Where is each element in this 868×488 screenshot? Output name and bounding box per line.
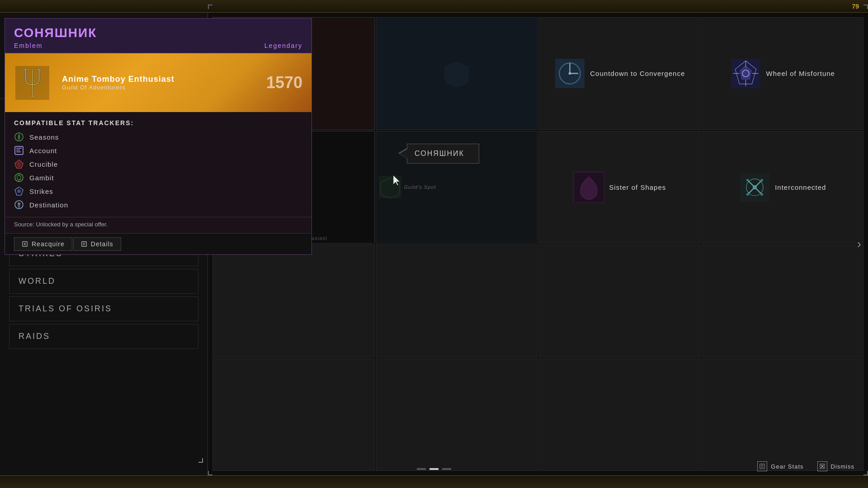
emblem-cell-1-2[interactable]	[376, 17, 538, 130]
emblem-preview-icon-dark	[443, 60, 470, 87]
details-button[interactable]: Details	[73, 237, 121, 251]
svg-rect-36	[16, 148, 22, 149]
tracker-destination-label: Destination	[29, 201, 68, 209]
emblem-cell-4-1[interactable]	[212, 358, 375, 471]
emblem-player-name: Anime Tomboy Enthusiast	[62, 75, 175, 84]
nav-item-raids[interactable]: RAIDS	[9, 324, 198, 349]
page-dot-3	[442, 468, 451, 470]
emblem-number: 1570	[266, 73, 302, 92]
emblem-cell-3-2[interactable]	[376, 244, 538, 357]
svg-point-16	[568, 72, 571, 75]
svg-point-31	[746, 193, 749, 196]
wheel-cell-content: Wheel of Misfortune	[726, 53, 840, 94]
tracker-crucible[interactable]: Crucible	[14, 159, 302, 169]
gear-stats-key-icon	[760, 464, 765, 469]
wheel-icon	[730, 58, 762, 89]
svg-point-45	[18, 202, 20, 205]
emblem-preview: Anime Tomboy Enthusiast Guild Of Adventu…	[5, 53, 311, 112]
top-bar-number: 79	[852, 3, 859, 10]
emblem-preview-text: Anime Tomboy Enthusiast Guild Of Adventu…	[62, 75, 175, 91]
wheel-cell-name: Wheel of Misfortune	[766, 69, 835, 78]
stat-trackers-section: COMPATIBLE STAT TRACKERS: Seasons	[5, 112, 311, 217]
cell-2-2-label: Guild's Spot	[404, 184, 436, 190]
popup-source: Source: Unlocked by a special offer.	[5, 217, 311, 233]
corner-br	[198, 458, 203, 463]
emblem-cell-wheel[interactable]: Wheel of Misfortune	[702, 17, 864, 130]
pagination	[417, 468, 451, 470]
wheel-emblem-svg	[731, 59, 760, 88]
tooltip-box: СОНЯШНИК	[407, 144, 479, 164]
nav-item-world[interactable]: WORLD	[9, 269, 198, 294]
interconnected-emblem-svg	[740, 173, 769, 202]
reacquire-button[interactable]: Reacquire	[14, 237, 72, 251]
emblem-cell-3-4[interactable]	[702, 244, 864, 357]
countdown-emblem-svg	[555, 59, 585, 88]
tracker-crucible-label: Crucible	[29, 160, 58, 168]
emblem-guild: Guild Of Adventurers	[62, 84, 175, 91]
dismiss-key-icon	[820, 464, 825, 469]
strikes-icon	[14, 186, 24, 196]
emblem-cell-4-2[interactable]	[376, 358, 538, 471]
tracker-strikes[interactable]: Strikes	[14, 186, 302, 196]
emblem-cell-3-1[interactable]	[212, 244, 375, 357]
item-popup: СОНЯШНИК Emblem Legendary	[5, 18, 312, 255]
details-icon	[81, 241, 87, 247]
cell-2-2-icon	[379, 176, 401, 198]
countdown-cell-content: Countdown to Convergence	[549, 53, 689, 94]
gear-stats-label: Gear Stats	[771, 463, 803, 470]
countdown-icon	[554, 58, 585, 89]
popup-type: Emblem	[14, 42, 42, 49]
grid-corner-bl	[208, 471, 212, 475]
popup-header: СОНЯШНИК Emblem Legendary	[5, 19, 311, 53]
interconnected-icon	[739, 171, 770, 203]
svg-rect-38	[16, 151, 21, 152]
tracker-strikes-label: Strikes	[29, 188, 53, 195]
popup-title: СОНЯШНИК	[14, 26, 302, 40]
account-icon	[14, 145, 24, 155]
emblem-cell-countdown[interactable]: Countdown to Convergence	[538, 17, 701, 130]
gear-stats-key	[757, 461, 767, 471]
svg-point-32	[760, 193, 763, 196]
tooltip-text: СОНЯШНИК	[415, 150, 464, 157]
dismiss-key	[817, 461, 827, 471]
sister-cell-content: Sister of Shapes	[568, 167, 670, 207]
bottom-action-bar: Gear Stats Dismiss	[732, 457, 868, 475]
tooltip-arrow-inner	[400, 149, 408, 159]
page-dot-2	[429, 468, 439, 470]
emblem-cell-sister[interactable]: Sister of Shapes	[538, 131, 701, 244]
bottom-bar	[0, 475, 868, 488]
tracker-seasons-label: Seasons	[29, 133, 59, 141]
emblem-cell-interconnected[interactable]: Interconnected	[702, 131, 864, 244]
details-label: Details	[91, 240, 113, 248]
emblem-preview-icon	[9, 60, 55, 105]
dismiss-label: Dismiss	[831, 463, 855, 470]
nav-item-trials[interactable]: TRIALS OF OSIRIS	[9, 296, 198, 321]
tracker-gambit-label: Gambit	[29, 174, 54, 182]
gear-stats-action[interactable]: Gear Stats	[757, 461, 803, 471]
tracker-destination[interactable]: Destination	[14, 200, 302, 210]
tracker-seasons[interactable]: Seasons	[14, 132, 302, 142]
emblem-cell-4-3[interactable]	[538, 358, 701, 471]
countdown-cell-name: Countdown to Convergence	[590, 69, 685, 78]
tracker-account[interactable]: Account	[14, 145, 302, 155]
source-text: Source: Unlocked by a special offer.	[14, 221, 108, 228]
stat-trackers-title: COMPATIBLE STAT TRACKERS:	[14, 119, 302, 127]
emblem-cell-3-3[interactable]	[538, 244, 701, 357]
reacquire-icon	[22, 241, 28, 247]
destination-icon	[14, 200, 24, 210]
sister-emblem-svg	[574, 173, 604, 202]
popup-rarity: Legendary	[264, 42, 302, 49]
crucible-icon	[14, 159, 24, 169]
tracker-gambit[interactable]: Gambit	[14, 173, 302, 183]
trident-preview-svg	[15, 66, 49, 100]
dismiss-action[interactable]: Dismiss	[817, 461, 855, 471]
interconnected-cell-content: Interconnected	[734, 167, 830, 207]
popup-subtitle-row: Emblem Legendary	[14, 42, 302, 49]
grid-corner-tl	[208, 5, 212, 9]
nav-arrow-right[interactable]: ›	[857, 237, 861, 251]
svg-point-29	[746, 179, 749, 182]
emblem-cell-4-4[interactable]	[702, 358, 864, 471]
seasons-icon	[14, 132, 24, 142]
page-dot-1	[417, 468, 426, 470]
svg-point-28	[752, 185, 756, 189]
